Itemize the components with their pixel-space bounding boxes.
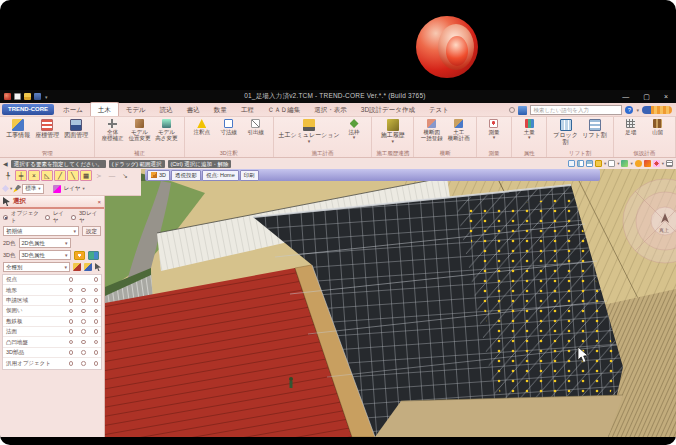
preset-select[interactable]: 初期値▾ xyxy=(3,226,79,236)
filter-color-icon[interactable] xyxy=(84,263,92,271)
toggle-circle[interactable] xyxy=(94,309,99,314)
leader-line-button[interactable]: 引出線 xyxy=(243,118,269,135)
scaffold-button[interactable]: 足場 xyxy=(618,118,644,135)
tab-test[interactable]: テスト xyxy=(422,103,456,116)
toggle-circle[interactable] xyxy=(94,350,99,355)
tab-3d-design-data[interactable]: 3D設計データ作成 xyxy=(354,103,422,116)
tab-doboku[interactable]: 土木 xyxy=(90,102,119,116)
list-item[interactable]: 法面 xyxy=(3,327,101,337)
toggle-circle[interactable] xyxy=(69,329,74,334)
tab-export[interactable]: 書込 xyxy=(180,103,207,116)
help-icon[interactable]: ? xyxy=(625,106,633,114)
toggle-circle[interactable] xyxy=(81,309,86,314)
toggle-circle[interactable] xyxy=(81,288,86,293)
save-icon[interactable] xyxy=(34,93,41,100)
filter-pick-icon[interactable] xyxy=(95,263,101,271)
color-palette-toggle[interactable] xyxy=(88,251,99,260)
toggle-circle[interactable] xyxy=(94,340,99,345)
model-height-button[interactable]: モデル 高さ変更 xyxy=(153,118,179,141)
snap-perpendicular-icon[interactable]: ◺ xyxy=(41,170,53,181)
viewport-3d[interactable]: 真上 xyxy=(105,169,676,437)
toggle-circle[interactable] xyxy=(69,340,74,345)
list-item[interactable]: 仮囲い xyxy=(3,306,101,316)
color-3d-select[interactable]: 3D色属性▾ xyxy=(19,250,71,260)
tab-quantity[interactable]: 数量 xyxy=(207,103,234,116)
list-item[interactable]: 凸凹地盤 xyxy=(3,337,101,347)
snap-intersection-icon[interactable]: × xyxy=(28,170,40,181)
new-file-icon[interactable] xyxy=(14,93,21,100)
toggle-circle[interactable] xyxy=(69,309,74,314)
close-button[interactable]: × xyxy=(664,90,668,103)
toggle-circle[interactable] xyxy=(69,288,74,293)
toggle-circle[interactable] xyxy=(94,319,99,324)
view-tab-3d[interactable]: 3D xyxy=(147,170,170,181)
model-move-button[interactable]: モデル 位置変更 xyxy=(126,118,152,141)
lift-split-button[interactable]: リフト割 xyxy=(581,118,609,139)
mode-3dlayer-radio[interactable] xyxy=(71,215,76,220)
construction-info-button[interactable]: 工事情報 xyxy=(4,118,32,139)
construction-history-button[interactable]: 施工履歴▾ xyxy=(379,118,407,144)
tab-cad-edit[interactable]: ＣＡＤ編集 xyxy=(261,103,308,116)
panel-close-icon[interactable]: × xyxy=(97,199,101,205)
earthwork-cross-plan-button[interactable]: 土工 横断計画 xyxy=(446,118,472,141)
command-search-input[interactable] xyxy=(530,105,622,115)
filter-highlight-icon[interactable] xyxy=(73,263,81,271)
caret-icon[interactable]: ▾ xyxy=(630,161,632,166)
account-button[interactable] xyxy=(642,106,672,114)
snap-line-icon[interactable]: ╱ xyxy=(54,170,66,181)
maximize-button[interactable]: ▢ xyxy=(643,90,650,103)
light-icon[interactable] xyxy=(635,160,642,167)
color-2d-select[interactable]: 2D色属性▾ xyxy=(19,238,71,248)
help-caret-icon[interactable]: ▾ xyxy=(636,107,639,113)
toggle-circle[interactable] xyxy=(94,277,99,282)
survey-button[interactable]: 測量▾ xyxy=(481,118,507,140)
settings-button[interactable]: 設定 xyxy=(82,226,101,236)
snap-free-icon[interactable]: ╄ xyxy=(2,170,14,181)
list-item[interactable]: 敷鉄板 xyxy=(3,317,101,327)
display-settings-icon[interactable] xyxy=(608,160,615,167)
toggle-circle[interactable] xyxy=(69,350,74,355)
toggle-circle[interactable] xyxy=(81,350,86,355)
list-item[interactable]: 汎用オブジェクト xyxy=(3,358,101,368)
snap-arrow-icon[interactable]: ↘ xyxy=(119,170,131,181)
visibility-bulb-toggle[interactable] xyxy=(74,251,85,260)
style-preset-select[interactable]: 標準▾ xyxy=(22,184,43,194)
tab-select-display[interactable]: 選択・表示 xyxy=(307,103,354,116)
caret-icon[interactable]: ▾ xyxy=(617,161,619,166)
pen-style-icon[interactable] xyxy=(13,185,21,193)
tab-model[interactable]: モデル xyxy=(119,103,153,116)
snap-division-icon[interactable]: ╲ xyxy=(67,170,79,181)
input-mode-icon[interactable] xyxy=(2,185,9,192)
toggle-circle[interactable] xyxy=(69,298,74,303)
print-button[interactable]: 印刷 xyxy=(240,170,259,181)
slope-frame-button[interactable]: 法枠▾ xyxy=(341,118,367,140)
toggle-circle[interactable] xyxy=(81,361,86,366)
pan-view-icon[interactable] xyxy=(653,160,660,167)
snap-endpoint-icon[interactable]: ╪ xyxy=(15,170,27,181)
mode-object-radio[interactable] xyxy=(3,215,8,220)
trend-core-app-button[interactable]: TREND-CORE xyxy=(2,104,54,115)
list-item[interactable]: 視点 xyxy=(3,275,101,285)
mode-layer-radio[interactable] xyxy=(45,215,50,220)
toggle-circle[interactable] xyxy=(81,319,86,324)
layer-select[interactable]: レイヤ▾ xyxy=(62,184,87,194)
type-filter-select[interactable]: 全種別▾ xyxy=(3,262,70,272)
toggle-circle[interactable] xyxy=(94,298,99,303)
soil-volume-button[interactable]: 土量▾ xyxy=(516,118,542,140)
annotation-point-button[interactable]: 注釈点 xyxy=(189,118,215,135)
minimize-button[interactable]: — xyxy=(622,90,629,103)
toggle-circle[interactable] xyxy=(81,340,86,345)
coordinate-manage-button[interactable]: 座標管理 xyxy=(33,118,61,139)
split-vertical-icon[interactable] xyxy=(577,160,584,167)
toggle-circle[interactable] xyxy=(69,361,74,366)
toggle-circle[interactable] xyxy=(69,319,74,324)
toggle-circle[interactable] xyxy=(94,288,99,293)
dimension-line-button[interactable]: 寸法線 xyxy=(216,118,242,135)
viewpoint-home-button[interactable]: 視点: Home xyxy=(202,170,239,181)
open-folder-icon[interactable] xyxy=(24,93,31,100)
caret-icon[interactable]: ▾ xyxy=(10,186,12,191)
split-horizontal-icon[interactable] xyxy=(586,160,593,167)
toggle-circle[interactable] xyxy=(94,329,99,334)
search-icon[interactable] xyxy=(518,106,527,115)
new-view-icon[interactable] xyxy=(568,160,575,167)
